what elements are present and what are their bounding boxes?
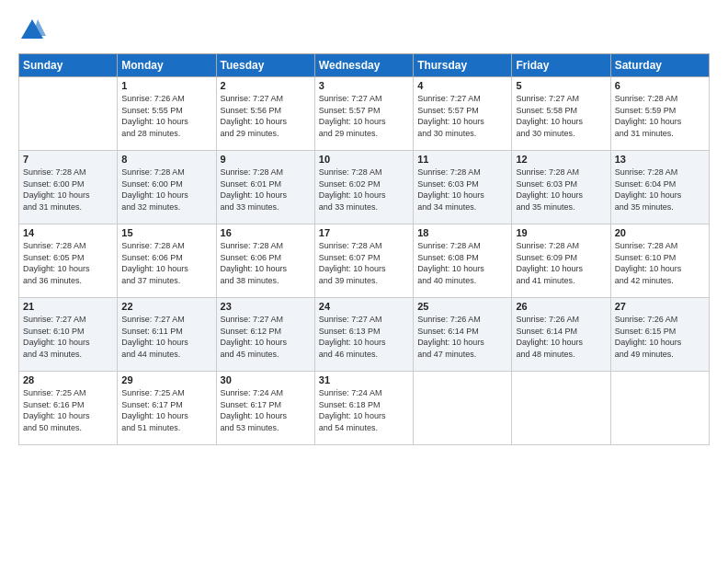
day-number: 8: [121, 154, 211, 165]
day-number: 26: [516, 301, 606, 312]
day-info: Sunrise: 7:26 AM Sunset: 5:55 PM Dayligh…: [121, 93, 211, 139]
day-cell: 21Sunrise: 7:27 AM Sunset: 6:10 PM Dayli…: [19, 298, 118, 372]
day-info: Sunrise: 7:28 AM Sunset: 6:06 PM Dayligh…: [221, 240, 311, 286]
week-row-5: 28Sunrise: 7:25 AM Sunset: 6:16 PM Dayli…: [19, 372, 710, 445]
header-cell-monday: Monday: [118, 54, 216, 77]
header-cell-sunday: Sunday: [19, 54, 118, 77]
day-number: 27: [615, 301, 705, 312]
day-info: Sunrise: 7:28 AM Sunset: 6:00 PM Dayligh…: [23, 167, 113, 213]
day-info: Sunrise: 7:24 AM Sunset: 6:17 PM Dayligh…: [221, 387, 311, 433]
day-info: Sunrise: 7:28 AM Sunset: 6:06 PM Dayligh…: [121, 240, 211, 286]
day-info: Sunrise: 7:28 AM Sunset: 6:03 PM Dayligh…: [417, 167, 507, 213]
day-info: Sunrise: 7:28 AM Sunset: 6:05 PM Dayligh…: [23, 240, 113, 286]
day-number: 17: [319, 227, 409, 238]
day-info: Sunrise: 7:27 AM Sunset: 6:11 PM Dayligh…: [121, 314, 211, 360]
day-cell: 25Sunrise: 7:26 AM Sunset: 6:14 PM Dayli…: [414, 298, 512, 372]
day-number: 6: [615, 80, 705, 91]
day-info: Sunrise: 7:28 AM Sunset: 6:03 PM Dayligh…: [516, 167, 606, 213]
day-info: Sunrise: 7:27 AM Sunset: 5:58 PM Dayligh…: [516, 93, 606, 139]
day-number: 25: [417, 301, 507, 312]
day-cell: 9Sunrise: 7:28 AM Sunset: 6:01 PM Daylig…: [216, 151, 314, 224]
day-cell: 3Sunrise: 7:27 AM Sunset: 5:57 PM Daylig…: [314, 77, 413, 151]
day-cell: 23Sunrise: 7:27 AM Sunset: 6:12 PM Dayli…: [216, 298, 314, 372]
day-cell: 5Sunrise: 7:27 AM Sunset: 5:58 PM Daylig…: [512, 77, 610, 151]
day-info: Sunrise: 7:27 AM Sunset: 6:10 PM Dayligh…: [23, 314, 113, 360]
day-cell: 7Sunrise: 7:28 AM Sunset: 6:00 PM Daylig…: [19, 151, 118, 224]
day-info: Sunrise: 7:26 AM Sunset: 6:15 PM Dayligh…: [615, 314, 705, 360]
header: [18, 17, 710, 44]
logo: [18, 17, 50, 44]
day-number: 18: [417, 227, 507, 238]
day-cell: 6Sunrise: 7:28 AM Sunset: 5:59 PM Daylig…: [610, 77, 709, 151]
day-info: Sunrise: 7:25 AM Sunset: 6:16 PM Dayligh…: [23, 387, 113, 433]
day-cell: 29Sunrise: 7:25 AM Sunset: 6:17 PM Dayli…: [118, 372, 216, 445]
day-info: Sunrise: 7:27 AM Sunset: 5:57 PM Dayligh…: [417, 93, 507, 139]
calendar-body: 1Sunrise: 7:26 AM Sunset: 5:55 PM Daylig…: [19, 77, 710, 445]
day-cell: 18Sunrise: 7:28 AM Sunset: 6:08 PM Dayli…: [414, 224, 512, 298]
day-cell: 20Sunrise: 7:28 AM Sunset: 6:10 PM Dayli…: [610, 224, 709, 298]
day-number: 11: [417, 154, 507, 165]
day-number: 28: [23, 374, 113, 385]
day-cell: 31Sunrise: 7:24 AM Sunset: 6:18 PM Dayli…: [314, 372, 413, 445]
header-cell-tuesday: Tuesday: [216, 54, 314, 77]
day-cell: 24Sunrise: 7:27 AM Sunset: 6:13 PM Dayli…: [314, 298, 413, 372]
day-number: 19: [516, 227, 606, 238]
day-number: 16: [221, 227, 311, 238]
day-number: 30: [221, 374, 311, 385]
day-info: Sunrise: 7:28 AM Sunset: 6:04 PM Dayligh…: [615, 167, 705, 213]
day-number: 20: [615, 227, 705, 238]
logo-icon: [18, 17, 46, 44]
day-cell: 12Sunrise: 7:28 AM Sunset: 6:03 PM Dayli…: [512, 151, 610, 224]
day-number: 29: [121, 374, 211, 385]
day-number: 2: [221, 80, 311, 91]
day-cell: 2Sunrise: 7:27 AM Sunset: 5:56 PM Daylig…: [216, 77, 314, 151]
week-row-4: 21Sunrise: 7:27 AM Sunset: 6:10 PM Dayli…: [19, 298, 710, 372]
day-cell: [19, 77, 118, 151]
day-number: 9: [221, 154, 311, 165]
day-info: Sunrise: 7:28 AM Sunset: 6:08 PM Dayligh…: [417, 240, 507, 286]
day-number: 3: [319, 80, 409, 91]
day-info: Sunrise: 7:27 AM Sunset: 6:13 PM Dayligh…: [319, 314, 409, 360]
day-info: Sunrise: 7:27 AM Sunset: 5:56 PM Dayligh…: [221, 93, 311, 139]
day-cell: [414, 372, 512, 445]
header-row: SundayMondayTuesdayWednesdayThursdayFrid…: [19, 54, 710, 77]
day-number: 4: [417, 80, 507, 91]
day-number: 15: [121, 227, 211, 238]
day-cell: 10Sunrise: 7:28 AM Sunset: 6:02 PM Dayli…: [314, 151, 413, 224]
header-cell-thursday: Thursday: [414, 54, 512, 77]
day-cell: [512, 372, 610, 445]
day-cell: 22Sunrise: 7:27 AM Sunset: 6:11 PM Dayli…: [118, 298, 216, 372]
day-cell: 30Sunrise: 7:24 AM Sunset: 6:17 PM Dayli…: [216, 372, 314, 445]
week-row-1: 1Sunrise: 7:26 AM Sunset: 5:55 PM Daylig…: [19, 77, 710, 151]
header-cell-wednesday: Wednesday: [314, 54, 413, 77]
day-cell: 27Sunrise: 7:26 AM Sunset: 6:15 PM Dayli…: [610, 298, 709, 372]
day-info: Sunrise: 7:28 AM Sunset: 6:00 PM Dayligh…: [121, 167, 211, 213]
day-cell: 4Sunrise: 7:27 AM Sunset: 5:57 PM Daylig…: [414, 77, 512, 151]
day-info: Sunrise: 7:28 AM Sunset: 6:01 PM Dayligh…: [221, 167, 311, 213]
day-cell: 15Sunrise: 7:28 AM Sunset: 6:06 PM Dayli…: [118, 224, 216, 298]
day-info: Sunrise: 7:28 AM Sunset: 6:09 PM Dayligh…: [516, 240, 606, 286]
day-cell: 14Sunrise: 7:28 AM Sunset: 6:05 PM Dayli…: [19, 224, 118, 298]
day-info: Sunrise: 7:27 AM Sunset: 6:12 PM Dayligh…: [221, 314, 311, 360]
day-number: 23: [221, 301, 311, 312]
week-row-3: 14Sunrise: 7:28 AM Sunset: 6:05 PM Dayli…: [19, 224, 710, 298]
day-info: Sunrise: 7:24 AM Sunset: 6:18 PM Dayligh…: [319, 387, 409, 433]
header-cell-friday: Friday: [512, 54, 610, 77]
day-cell: [610, 372, 709, 445]
day-cell: 1Sunrise: 7:26 AM Sunset: 5:55 PM Daylig…: [118, 77, 216, 151]
day-number: 21: [23, 301, 113, 312]
page: SundayMondayTuesdayWednesdayThursdayFrid…: [0, 0, 728, 563]
day-info: Sunrise: 7:28 AM Sunset: 5:59 PM Dayligh…: [615, 93, 705, 139]
day-cell: 11Sunrise: 7:28 AM Sunset: 6:03 PM Dayli…: [414, 151, 512, 224]
day-number: 12: [516, 154, 606, 165]
day-cell: 16Sunrise: 7:28 AM Sunset: 6:06 PM Dayli…: [216, 224, 314, 298]
day-cell: 13Sunrise: 7:28 AM Sunset: 6:04 PM Dayli…: [610, 151, 709, 224]
calendar-table: SundayMondayTuesdayWednesdayThursdayFrid…: [18, 53, 710, 445]
day-number: 31: [319, 374, 409, 385]
day-number: 10: [319, 154, 409, 165]
day-number: 5: [516, 80, 606, 91]
day-number: 7: [23, 154, 113, 165]
day-info: Sunrise: 7:26 AM Sunset: 6:14 PM Dayligh…: [516, 314, 606, 360]
week-row-2: 7Sunrise: 7:28 AM Sunset: 6:00 PM Daylig…: [19, 151, 710, 224]
day-cell: 28Sunrise: 7:25 AM Sunset: 6:16 PM Dayli…: [19, 372, 118, 445]
